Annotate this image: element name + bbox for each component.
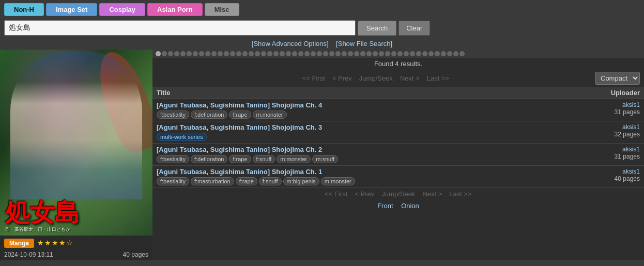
tag[interactable]: f:rape: [229, 155, 251, 163]
dot-3[interactable]: [174, 51, 179, 56]
dot-37[interactable]: [385, 51, 390, 56]
tag[interactable]: f:rape: [236, 177, 257, 185]
show-file-search-link[interactable]: [Show File Search]: [336, 40, 392, 48]
first-link-bottom[interactable]: << First: [325, 190, 347, 198]
dot-1[interactable]: [162, 51, 167, 56]
search-input[interactable]: [4, 20, 356, 36]
tag[interactable]: f:bestiality: [157, 177, 189, 185]
tag[interactable]: m:snuff: [312, 155, 338, 163]
dot-48[interactable]: [453, 51, 458, 56]
next-link-bottom[interactable]: Next >: [422, 190, 442, 198]
dot-18[interactable]: [267, 51, 272, 56]
dot-4[interactable]: [180, 51, 186, 56]
jump-link-bottom[interactable]: Jump/Seek: [381, 190, 415, 198]
result-title-link-3[interactable]: [Aguni Tsubasa, Sugishima Tanino] Shojoj…: [157, 168, 564, 176]
star-rating[interactable]: ★★★★☆: [37, 239, 73, 247]
tag[interactable]: f:masturbation: [191, 177, 234, 185]
tag[interactable]: f:snuff: [253, 155, 275, 163]
dot-46[interactable]: [441, 51, 446, 56]
tag[interactable]: f:rape: [229, 111, 251, 119]
tag[interactable]: m:big penis: [283, 177, 319, 185]
tag[interactable]: f:bestiality: [157, 111, 189, 119]
dot-38[interactable]: [391, 51, 396, 56]
dot-20[interactable]: [280, 51, 285, 56]
front-link[interactable]: Front: [377, 202, 393, 210]
result-title-link-1[interactable]: [Aguni Tsubasa, Sugishima Tanino] Shojoj…: [157, 123, 564, 131]
dot-39[interactable]: [397, 51, 403, 56]
pages-info-2: 31 pages: [573, 153, 640, 160]
dot-19[interactable]: [273, 51, 279, 56]
dot-0[interactable]: [156, 51, 161, 56]
result-title-link-2[interactable]: [Aguni Tsubasa, Sugishima Tanino] Shojoj…: [157, 146, 564, 153]
dot-33[interactable]: [360, 51, 365, 56]
dot-9[interactable]: [211, 51, 217, 56]
dot-36[interactable]: [379, 51, 384, 56]
tag[interactable]: m:monster: [321, 177, 355, 185]
tab-misc[interactable]: Misc: [205, 3, 239, 16]
dot-41[interactable]: [410, 51, 415, 56]
onion-link[interactable]: Onion: [401, 202, 419, 210]
tab-non-h[interactable]: Non-H: [4, 3, 44, 16]
dot-21[interactable]: [286, 51, 291, 56]
view-select[interactable]: Compact: [595, 72, 640, 85]
prev-link-top[interactable]: < Prev: [332, 74, 352, 82]
dot-40[interactable]: [404, 51, 409, 56]
pages-info-0: 31 pages: [573, 108, 640, 116]
jump-link-top[interactable]: Jump/Seek: [359, 74, 393, 82]
dot-28[interactable]: [329, 51, 334, 56]
dot-27[interactable]: [323, 51, 328, 56]
dot-32[interactable]: [354, 51, 359, 56]
clear-button[interactable]: Clear: [398, 21, 430, 36]
tag[interactable]: multi-work series: [157, 133, 207, 141]
dot-47[interactable]: [447, 51, 452, 56]
dot-44[interactable]: [428, 51, 434, 56]
dot-8[interactable]: [205, 51, 210, 56]
dot-23[interactable]: [298, 51, 303, 56]
dot-26[interactable]: [317, 51, 322, 56]
dot-22[interactable]: [292, 51, 297, 56]
dot-15[interactable]: [249, 51, 254, 56]
dot-13[interactable]: [236, 51, 241, 56]
dot-12[interactable]: [230, 51, 235, 56]
dot-45[interactable]: [435, 51, 440, 56]
tag[interactable]: f:defloration: [191, 111, 227, 119]
tag[interactable]: f:defloration: [191, 155, 227, 163]
result-title-link-0[interactable]: [Aguni Tsubasa, Sugishima Tanino] Shojoj…: [157, 101, 564, 109]
dot-29[interactable]: [335, 51, 341, 56]
dot-11[interactable]: [224, 51, 229, 56]
dot-49[interactable]: [459, 51, 465, 56]
pagination-links-bottom: << First < Prev Jump/Seek Next > Last >>: [157, 190, 640, 198]
show-advanced-options-link[interactable]: [Show Advanced Options]: [252, 40, 329, 48]
search-button[interactable]: Search: [358, 21, 396, 36]
tab-asian-porn[interactable]: Asian Porn: [147, 3, 203, 16]
result-title-cell-1: [Aguni Tsubasa, Sugishima Tanino] Shojoj…: [152, 121, 569, 144]
tab-image-set[interactable]: Image Set: [46, 3, 97, 16]
thumbnail[interactable]: 処女島 作・藁谷龍太 画・山口ともか: [0, 50, 152, 236]
tag[interactable]: f:snuff: [259, 177, 282, 185]
dot-31[interactable]: [348, 51, 353, 56]
prev-link-bottom[interactable]: < Prev: [355, 190, 374, 198]
last-link-top[interactable]: Last >>: [427, 74, 449, 82]
next-link-top[interactable]: Next >: [400, 74, 420, 82]
dot-2[interactable]: [168, 51, 173, 56]
dot-34[interactable]: [366, 51, 372, 56]
dot-6[interactable]: [193, 51, 198, 56]
dot-35[interactable]: [373, 51, 378, 56]
dot-5[interactable]: [187, 51, 192, 56]
dot-42[interactable]: [416, 51, 421, 56]
tab-cosplay[interactable]: Cosplay: [99, 3, 145, 16]
dot-7[interactable]: [199, 51, 204, 56]
dot-14[interactable]: [242, 51, 248, 56]
tag[interactable]: m:monster: [277, 155, 311, 163]
dot-43[interactable]: [422, 51, 427, 56]
last-link-bottom[interactable]: Last >>: [449, 190, 471, 198]
tag[interactable]: m:monster: [253, 111, 287, 119]
dot-30[interactable]: [342, 51, 347, 56]
first-link-top[interactable]: << First: [302, 74, 325, 82]
dot-10[interactable]: [218, 51, 223, 56]
dot-16[interactable]: [255, 51, 260, 56]
dot-25[interactable]: [311, 51, 316, 56]
tag[interactable]: f:bestiality: [157, 155, 189, 163]
dot-17[interactable]: [261, 51, 266, 56]
dot-24[interactable]: [304, 51, 310, 56]
